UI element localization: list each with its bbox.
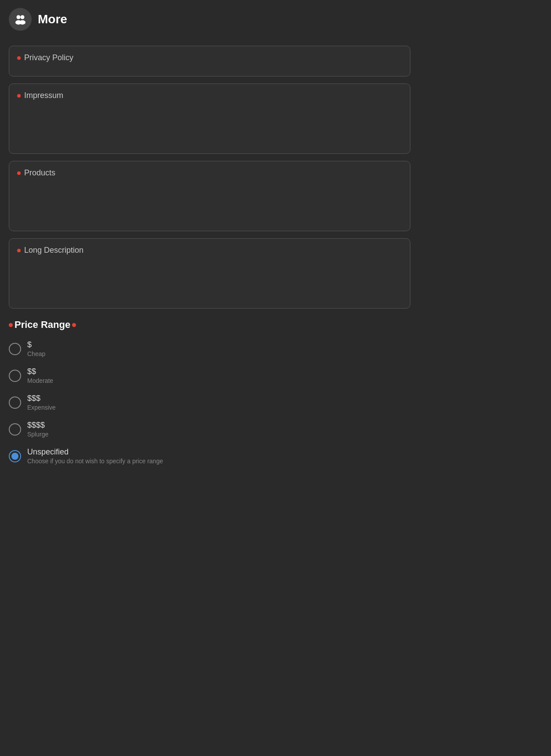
expensive-symbol: $$$ xyxy=(27,394,56,403)
radio-unspecified[interactable] xyxy=(9,450,21,462)
long-description-label: Long Description xyxy=(24,246,83,255)
impressum-dot xyxy=(17,94,21,98)
avatar-icon xyxy=(9,8,32,31)
splurge-label: Splurge xyxy=(27,431,48,438)
privacy-policy-dot xyxy=(17,56,21,60)
price-option-expensive[interactable]: $$$ Expensive xyxy=(9,394,410,411)
products-dot xyxy=(17,171,21,175)
privacy-policy-field[interactable]: Privacy Policy xyxy=(9,46,410,76)
radio-cheap[interactable] xyxy=(9,343,21,355)
price-option-moderate[interactable]: $$ Moderate xyxy=(9,367,410,384)
privacy-policy-label: Privacy Policy xyxy=(24,53,73,62)
products-label: Products xyxy=(24,168,55,178)
moderate-symbol: $$ xyxy=(27,367,53,376)
moderate-label: Moderate xyxy=(27,377,53,384)
price-option-splurge[interactable]: $$$$ Splurge xyxy=(9,421,410,438)
price-range-dot-right xyxy=(72,323,76,327)
radio-moderate[interactable] xyxy=(9,370,21,382)
long-description-dot xyxy=(17,249,21,252)
svg-point-1 xyxy=(21,15,25,19)
price-option-unspecified[interactable]: Unspecified Choose if you do not wish to… xyxy=(9,447,410,465)
unspecified-symbol: Unspecified xyxy=(27,447,163,457)
svg-point-0 xyxy=(17,15,21,19)
page-title: More xyxy=(38,12,67,26)
header: More xyxy=(0,0,419,39)
fields-container: Privacy Policy Impressum Products Long D… xyxy=(0,39,419,316)
price-range-options: $ Cheap $$ Moderate $$$ Expensive $$$$ xyxy=(9,340,410,465)
radio-splurge[interactable] xyxy=(9,423,21,436)
long-description-field[interactable]: Long Description xyxy=(9,238,410,309)
impressum-label: Impressum xyxy=(24,91,63,100)
unspecified-label: Choose if you do not wish to specify a p… xyxy=(27,458,163,465)
price-option-cheap[interactable]: $ Cheap xyxy=(9,340,410,357)
price-range-section: Price Range $ Cheap $$ Moderate $$$ Expe… xyxy=(0,317,419,465)
svg-point-3 xyxy=(19,20,25,25)
impressum-field[interactable]: Impressum xyxy=(9,84,410,154)
cheap-symbol: $ xyxy=(27,340,45,349)
price-range-dot-left xyxy=(9,323,13,327)
price-range-title: Price Range xyxy=(9,317,410,332)
radio-expensive[interactable] xyxy=(9,396,21,409)
products-field[interactable]: Products xyxy=(9,161,410,231)
splurge-symbol: $$$$ xyxy=(27,421,48,430)
expensive-label: Expensive xyxy=(27,404,56,411)
cheap-label: Cheap xyxy=(27,350,45,357)
